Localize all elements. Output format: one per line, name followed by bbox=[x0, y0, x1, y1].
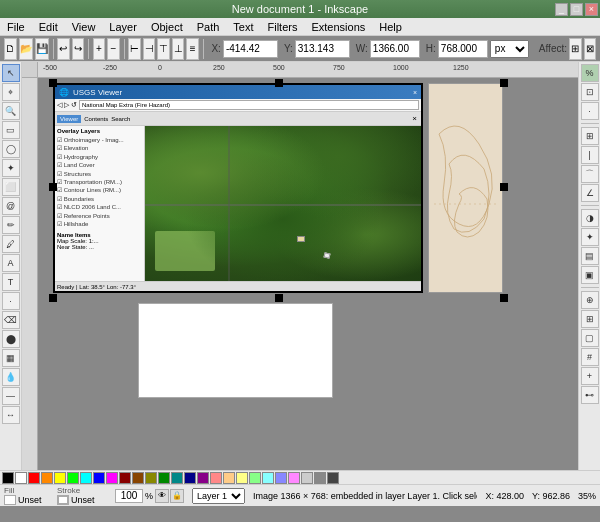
h-coord-input[interactable] bbox=[438, 40, 488, 58]
palette-color[interactable] bbox=[197, 472, 209, 484]
menu-file[interactable]: File bbox=[4, 21, 28, 33]
w-coord-input[interactable] bbox=[370, 40, 420, 58]
menu-object[interactable]: Object bbox=[148, 21, 186, 33]
canvas-document[interactable]: 🌐 USGS Viewer × ◁▷↺ National Map Extra (… bbox=[38, 78, 578, 470]
palette-color[interactable] bbox=[41, 472, 53, 484]
handle-br[interactable] bbox=[500, 294, 508, 302]
zoom-drawing[interactable]: ▢ bbox=[581, 329, 599, 347]
ellipse-tool[interactable]: ◯ bbox=[2, 140, 20, 158]
eraser-tool[interactable]: ⌫ bbox=[2, 311, 20, 329]
unit-select[interactable]: px mm in bbox=[490, 40, 529, 58]
handle-tl[interactable] bbox=[49, 79, 57, 87]
palette-color[interactable] bbox=[2, 472, 14, 484]
menu-help[interactable]: Help bbox=[376, 21, 405, 33]
text-tool[interactable]: T bbox=[2, 273, 20, 291]
objects-panel[interactable]: ▣ bbox=[581, 266, 599, 284]
snap-guide[interactable]: | bbox=[581, 146, 599, 164]
palette-color[interactable] bbox=[106, 472, 118, 484]
undo-button[interactable]: ↩ bbox=[57, 38, 70, 60]
minimize-button[interactable]: _ bbox=[555, 3, 568, 16]
zoom-page[interactable]: ⊞ bbox=[581, 310, 599, 328]
menu-path[interactable]: Path bbox=[194, 21, 223, 33]
menu-extensions[interactable]: Extensions bbox=[308, 21, 368, 33]
palette-color[interactable] bbox=[184, 472, 196, 484]
palette-color[interactable] bbox=[132, 472, 144, 484]
spiral-tool[interactable]: @ bbox=[2, 197, 20, 215]
palette-color[interactable] bbox=[67, 472, 79, 484]
spray-tool[interactable]: · bbox=[2, 292, 20, 310]
snap-enable[interactable]: ⊷ bbox=[581, 386, 599, 404]
distribute-button[interactable]: ≡ bbox=[186, 38, 199, 60]
handle-bc[interactable] bbox=[275, 294, 283, 302]
usgs-map[interactable] bbox=[145, 126, 421, 281]
align-right-button[interactable]: ⊤ bbox=[157, 38, 170, 60]
lock-icon[interactable]: 🔒 bbox=[170, 489, 184, 503]
handle-bl[interactable] bbox=[49, 294, 57, 302]
align-center-button[interactable]: ⊣ bbox=[143, 38, 156, 60]
layers-panel[interactable]: ▤ bbox=[581, 247, 599, 265]
menu-edit[interactable]: Edit bbox=[36, 21, 61, 33]
snap-nodes[interactable]: · bbox=[581, 102, 599, 120]
palette-color[interactable] bbox=[249, 472, 261, 484]
zoom-out-button[interactable]: − bbox=[107, 38, 120, 60]
node-tool[interactable]: ⌖ bbox=[2, 83, 20, 101]
stroke-indicator[interactable]: Stroke Unset bbox=[57, 486, 107, 505]
palette-color[interactable] bbox=[28, 472, 40, 484]
select-tool[interactable]: ↖ bbox=[2, 64, 20, 82]
palette-color[interactable] bbox=[158, 472, 170, 484]
palette-color[interactable] bbox=[223, 472, 235, 484]
color-wheel[interactable]: ◑ bbox=[581, 209, 599, 227]
rect-tool[interactable]: ▭ bbox=[2, 121, 20, 139]
menu-text[interactable]: Text bbox=[230, 21, 256, 33]
zoom-fit[interactable]: ⊕ bbox=[581, 291, 599, 309]
palette-color[interactable] bbox=[262, 472, 274, 484]
palette-swatches[interactable] bbox=[2, 472, 339, 484]
palette-color[interactable] bbox=[54, 472, 66, 484]
palette-color[interactable] bbox=[80, 472, 92, 484]
guides-toggle[interactable]: + bbox=[581, 367, 599, 385]
handle-ml[interactable] bbox=[49, 183, 57, 191]
zoom-tool[interactable]: 🔍 bbox=[2, 102, 20, 120]
align-left-button[interactable]: ⊢ bbox=[128, 38, 141, 60]
palette-color[interactable] bbox=[288, 472, 300, 484]
palette-color[interactable] bbox=[145, 472, 157, 484]
palette-color[interactable] bbox=[327, 472, 339, 484]
stroke-swatch[interactable] bbox=[57, 495, 69, 505]
zoom-in-button[interactable]: + bbox=[93, 38, 106, 60]
palette-color[interactable] bbox=[275, 472, 287, 484]
pencil-tool[interactable]: ✏ bbox=[2, 216, 20, 234]
fill-indicator[interactable]: Fill Unset bbox=[4, 486, 49, 505]
menu-filters[interactable]: Filters bbox=[265, 21, 301, 33]
calligraphy-tool[interactable]: A bbox=[2, 254, 20, 272]
palette-color[interactable] bbox=[171, 472, 183, 484]
dropper-tool[interactable]: 💧 bbox=[2, 368, 20, 386]
3d-box-tool[interactable]: ⬜ bbox=[2, 178, 20, 196]
snap-path[interactable]: ⌒ bbox=[581, 165, 599, 183]
measure-tool[interactable]: ↔ bbox=[2, 406, 20, 424]
gradient-tool[interactable]: ▦ bbox=[2, 349, 20, 367]
handle-mr[interactable] bbox=[500, 183, 508, 191]
affect-btn2[interactable]: ⊠ bbox=[584, 38, 597, 60]
new-button[interactable]: 🗋 bbox=[4, 38, 17, 60]
menu-view[interactable]: View bbox=[69, 21, 99, 33]
affect-btn1[interactable]: ⊞ bbox=[569, 38, 582, 60]
snap-bbox[interactable]: ⊡ bbox=[581, 83, 599, 101]
handle-tc[interactable] bbox=[275, 79, 283, 87]
menu-layer[interactable]: Layer bbox=[106, 21, 140, 33]
canvas-area[interactable]: -500 -250 0 250 500 750 1000 1250 🌐 USGS bbox=[22, 62, 578, 470]
open-button[interactable]: 📂 bbox=[19, 38, 33, 60]
palette-color[interactable] bbox=[236, 472, 248, 484]
y-coord-input[interactable] bbox=[295, 40, 350, 58]
paint-tool[interactable]: ⬤ bbox=[2, 330, 20, 348]
opacity-input[interactable] bbox=[115, 489, 143, 503]
align-top-button[interactable]: ⊥ bbox=[172, 38, 185, 60]
redo-button[interactable]: ↪ bbox=[72, 38, 85, 60]
grid-toggle[interactable]: # bbox=[581, 348, 599, 366]
connector-tool[interactable]: — bbox=[2, 387, 20, 405]
handle-tr[interactable] bbox=[500, 79, 508, 87]
snap-angle[interactable]: ∠ bbox=[581, 184, 599, 202]
maximize-button[interactable]: □ bbox=[570, 3, 583, 16]
layer-select[interactable]: Layer 1 bbox=[192, 488, 245, 504]
palette-color[interactable] bbox=[93, 472, 105, 484]
embedded-image[interactable]: 🌐 USGS Viewer × ◁▷↺ National Map Extra (… bbox=[53, 83, 423, 293]
